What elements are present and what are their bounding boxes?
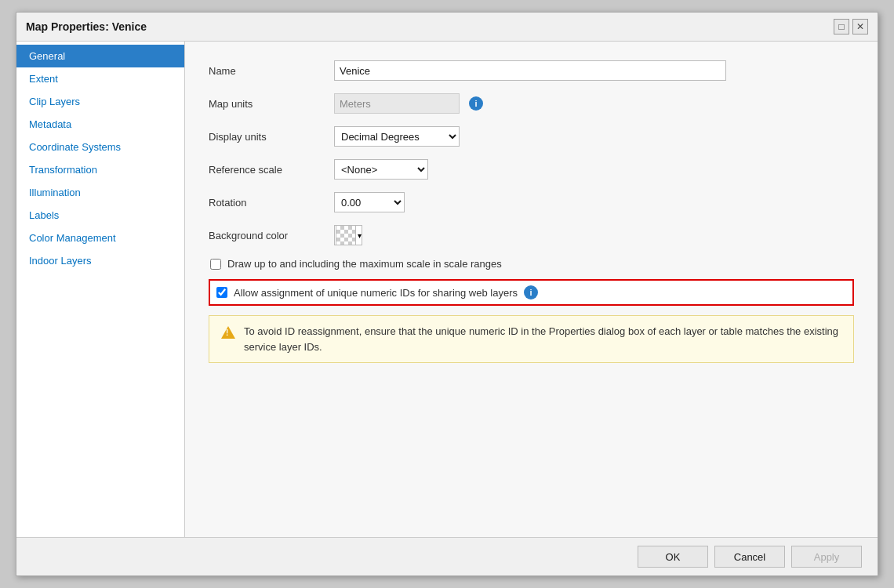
sidebar-item-clip-layers[interactable]: Clip Layers xyxy=(16,90,184,113)
reference-scale-label: Reference scale xyxy=(209,164,334,176)
dialog-footer: OK Cancel Apply xyxy=(16,537,878,575)
sidebar-label-coordinate-systems: Coordinate Systems xyxy=(29,141,121,153)
sidebar-item-extent[interactable]: Extent xyxy=(16,67,184,90)
map-units-value: Meters xyxy=(334,93,460,114)
map-units-row: Map units Meters i xyxy=(209,93,854,114)
reference-scale-row: Reference scale <None> 1:500 1:1000 1:50… xyxy=(209,159,854,180)
sidebar-item-transformation[interactable]: Transformation xyxy=(16,158,184,181)
name-label: Name xyxy=(209,65,334,77)
bg-color-row: Background color ▾ xyxy=(209,225,854,245)
display-units-select[interactable]: Decimal Degrees Meters Feet Miles xyxy=(334,126,460,147)
rotation-select[interactable]: 0.00 45.00 90.00 180.00 xyxy=(334,192,405,212)
sidebar: General Extent Clip Layers Metadata Coor… xyxy=(16,42,185,537)
reference-scale-select[interactable]: <None> 1:500 1:1000 1:5000 xyxy=(334,159,428,180)
sidebar-item-labels[interactable]: Labels xyxy=(16,204,184,227)
max-scale-checkbox-row: Draw up to and including the maximum sca… xyxy=(209,258,854,270)
rotation-label: Rotation xyxy=(209,197,334,209)
title-bar-buttons: □ ✕ xyxy=(834,19,868,34)
display-units-control: Decimal Degrees Meters Feet Miles xyxy=(334,126,726,147)
dialog-title: Map Properties: Venice xyxy=(26,20,147,33)
title-bar: Map Properties: Venice □ ✕ xyxy=(16,13,878,42)
sidebar-item-coordinate-systems[interactable]: Coordinate Systems xyxy=(16,136,184,158)
name-control xyxy=(334,60,726,81)
bg-color-button[interactable]: ▾ xyxy=(334,225,362,245)
sidebar-item-indoor-layers[interactable]: Indoor Layers xyxy=(16,249,184,272)
sidebar-item-general[interactable]: General xyxy=(16,45,184,67)
sidebar-label-extent: Extent xyxy=(29,73,58,85)
max-scale-checkbox[interactable] xyxy=(210,259,221,270)
display-units-label: Display units xyxy=(209,131,334,143)
max-scale-label: Draw up to and including the maximum sca… xyxy=(227,258,502,270)
maximize-button[interactable]: □ xyxy=(834,19,849,34)
sidebar-label-transformation: Transformation xyxy=(29,164,97,176)
sidebar-label-color-management: Color Management xyxy=(29,232,116,244)
unique-id-label: Allow assignment of unique numeric IDs f… xyxy=(234,287,518,299)
name-input[interactable] xyxy=(334,60,726,81)
bg-color-arrow: ▾ xyxy=(358,231,362,240)
sidebar-label-clip-layers: Clip Layers xyxy=(29,96,80,107)
dialog-body: General Extent Clip Layers Metadata Coor… xyxy=(16,42,878,537)
sidebar-item-metadata[interactable]: Metadata xyxy=(16,113,184,136)
ok-button[interactable]: OK xyxy=(638,546,708,568)
close-button[interactable]: ✕ xyxy=(852,19,868,34)
map-properties-dialog: Map Properties: Venice □ ✕ General Exten… xyxy=(16,12,878,576)
warning-box: To avoid ID reassignment, ensure that th… xyxy=(209,315,854,363)
sidebar-label-labels: Labels xyxy=(29,209,59,221)
rotation-control: 0.00 45.00 90.00 180.00 xyxy=(334,192,726,212)
sidebar-label-metadata: Metadata xyxy=(29,118,71,130)
sidebar-label-indoor-layers: Indoor Layers xyxy=(29,255,92,267)
bg-color-label: Background color xyxy=(209,230,334,241)
reference-scale-control: <None> 1:500 1:1000 1:5000 xyxy=(334,159,726,180)
warning-icon xyxy=(220,325,236,340)
map-units-info-icon[interactable]: i xyxy=(469,96,483,111)
unique-id-checkbox-row: Allow assignment of unique numeric IDs f… xyxy=(209,279,854,306)
apply-button[interactable]: Apply xyxy=(791,546,862,568)
rotation-row: Rotation 0.00 45.00 90.00 180.00 xyxy=(209,192,854,212)
main-content: Name Map units Meters i Display units De… xyxy=(185,42,878,537)
warning-text: To avoid ID reassignment, ensure that th… xyxy=(244,324,842,354)
display-units-row: Display units Decimal Degrees Meters Fee… xyxy=(209,126,854,147)
sidebar-label-illumination: Illumination xyxy=(29,187,81,198)
map-units-control: Meters i xyxy=(334,93,726,114)
bg-color-control: ▾ xyxy=(334,225,726,245)
sidebar-item-color-management[interactable]: Color Management xyxy=(16,227,184,249)
warning-triangle xyxy=(221,326,235,339)
unique-id-info-icon[interactable]: i xyxy=(524,285,538,299)
sidebar-item-illumination[interactable]: Illumination xyxy=(16,181,184,204)
unique-id-checkbox[interactable] xyxy=(216,287,227,298)
cancel-button[interactable]: Cancel xyxy=(714,546,785,568)
map-units-label: Map units xyxy=(209,98,334,110)
bg-color-swatch xyxy=(336,225,356,245)
name-row: Name xyxy=(209,60,854,81)
sidebar-label-general: General xyxy=(29,50,65,62)
